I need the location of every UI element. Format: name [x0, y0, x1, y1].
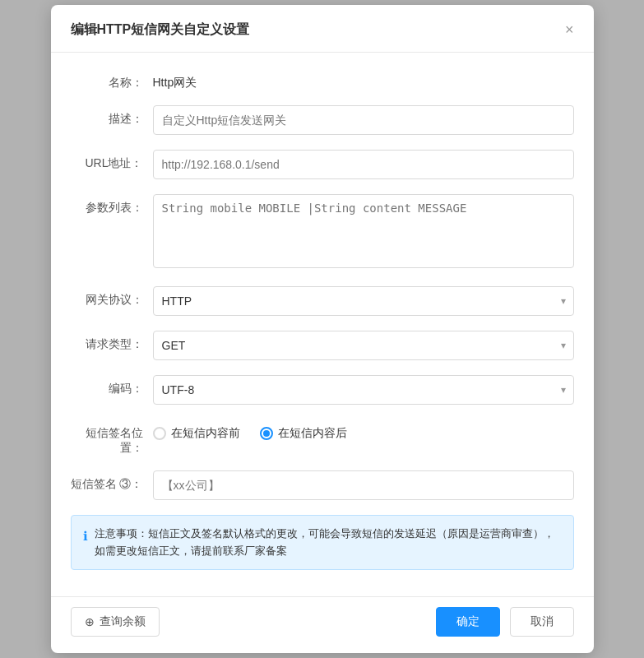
desc-label: 描述： [71, 105, 153, 127]
params-label: 参数列表： [71, 194, 153, 215]
sign-input[interactable] [153, 470, 574, 500]
name-label: 名称： [71, 69, 153, 90]
query-balance-button[interactable]: ⊕ 查询余额 [71, 607, 160, 637]
dialog-title: 编辑HTTP短信网关自定义设置 [71, 21, 250, 39]
sign-before-label: 在短信内容前 [171, 426, 240, 441]
dialog-header: 编辑HTTP短信网关自定义设置 × [51, 5, 594, 53]
protocol-select[interactable]: HTTP HTTPS [153, 286, 574, 316]
notice-box: ℹ 注意事项：短信正文及签名默认格式的更改，可能会导致短信的发送延迟（原因是运营… [71, 515, 574, 571]
url-label: URL地址： [71, 150, 153, 171]
dialog-footer: ⊕ 查询余额 确定 取消 [51, 596, 594, 653]
sign-pos-radio-group: 在短信内容前 在短信内容后 [153, 419, 574, 441]
query-icon: ⊕ [85, 615, 95, 628]
url-row: URL地址： [71, 150, 574, 179]
sign-after-label: 在短信内容后 [278, 426, 347, 441]
notice-icon: ℹ [83, 526, 88, 546]
close-button[interactable]: × [565, 22, 574, 37]
params-row: 参数列表： [71, 194, 574, 271]
protocol-label: 网关协议： [71, 286, 153, 308]
url-input[interactable] [153, 150, 574, 179]
notice-text: 注意事项：短信正文及签名默认格式的更改，可能会导致短信的发送延迟（原因是运营商审… [95, 526, 562, 560]
dialog-body: 名称： Http网关 描述： URL地址： 参数列表： [51, 53, 594, 597]
name-value: Http网关 [153, 69, 574, 90]
request-label: 请求类型： [71, 331, 153, 352]
protocol-row: 网关协议： HTTP HTTPS ▾ [71, 286, 574, 316]
query-label: 查询余额 [100, 614, 146, 629]
encoding-label: 编码： [71, 375, 153, 396]
encoding-select[interactable]: UTF-8 GBK GB2312 [153, 375, 574, 405]
encoding-row: 编码： UTF-8 GBK GB2312 ▾ [71, 375, 574, 405]
desc-input[interactable] [153, 105, 574, 135]
sign-label: 短信签名 ③： [71, 470, 153, 492]
sign-before-radio [153, 427, 166, 440]
name-row: 名称： Http网关 [71, 69, 574, 90]
sign-before-option[interactable]: 在短信内容前 [153, 426, 240, 441]
sign-after-option[interactable]: 在短信内容后 [260, 426, 347, 441]
sign-pos-label: 短信签名位置： [71, 419, 153, 456]
sign-row: 短信签名 ③： [71, 470, 574, 500]
confirm-button[interactable]: 确定 [436, 607, 500, 637]
request-row: 请求类型： GET POST ▾ [71, 331, 574, 360]
sign-after-radio [260, 427, 273, 440]
edit-dialog: 编辑HTTP短信网关自定义设置 × 名称： Http网关 描述： URL地址： [51, 5, 594, 654]
params-textarea[interactable] [153, 194, 574, 268]
sign-pos-row: 短信签名位置： 在短信内容前 在短信内容后 [71, 419, 574, 456]
request-select[interactable]: GET POST [153, 331, 574, 360]
desc-row: 描述： [71, 105, 574, 135]
cancel-button[interactable]: 取消 [510, 607, 574, 637]
